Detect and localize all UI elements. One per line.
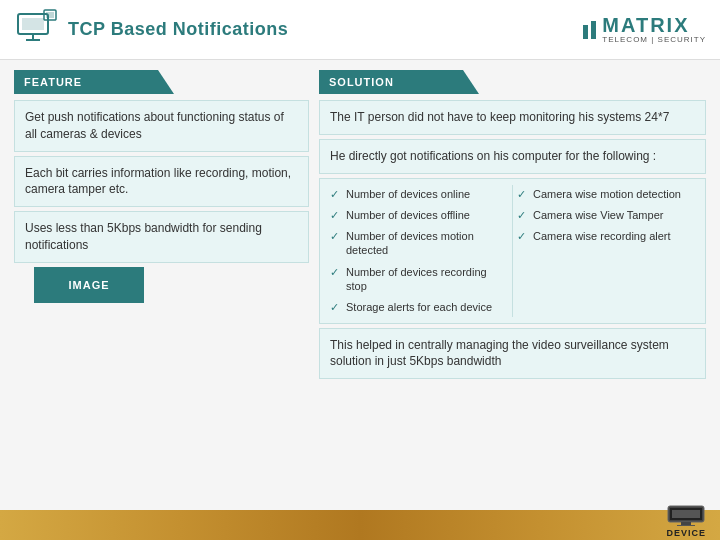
matrix-text: MATRIX TELECOM | SECURITY [602, 15, 706, 44]
check-item-4: ✓ Number of devices recording stop [330, 263, 508, 296]
header: TCP Based Notifications MATRIX TELECOM |… [0, 0, 720, 60]
check-item-r2: ✓ Camera wise View Tamper [517, 206, 695, 224]
checkmark-1: ✓ [330, 187, 342, 201]
check-label-3: Number of devices motion detected [346, 229, 508, 258]
checkmark-r2: ✓ [517, 208, 529, 222]
device-label: DEVICE [666, 528, 706, 538]
checklist-divider [512, 185, 513, 317]
feature-item-1: Get push notifications about functioning… [14, 100, 309, 152]
check-item-r3: ✓ Camera wise recording alert [517, 227, 695, 245]
monitor-icon [14, 8, 58, 52]
checklist-block: ✓ Number of devices online ✓ Number of d… [319, 178, 706, 324]
check-label-4: Number of devices recording stop [346, 265, 508, 294]
checkmark-2: ✓ [330, 208, 342, 222]
solution-intro: The IT person did not have to keep monit… [319, 100, 706, 135]
header-logo: TCP Based Notifications [14, 8, 288, 52]
left-column: FEATURE Get push notifications about fun… [14, 70, 309, 500]
matrix-bars-icon [583, 21, 596, 39]
checkmark-4: ✓ [330, 265, 342, 279]
checkmark-5: ✓ [330, 300, 342, 314]
bar2 [591, 21, 596, 39]
check-label-r1: Camera wise motion detection [533, 187, 681, 201]
header-title: TCP Based Notifications [68, 19, 288, 40]
matrix-logo: MATRIX TELECOM | SECURITY [583, 15, 706, 44]
check-item-r1: ✓ Camera wise motion detection [517, 185, 695, 203]
solution-section-header: SOLUTION [319, 70, 479, 94]
matrix-brand-sub: TELECOM | SECURITY [602, 35, 706, 44]
check-label-1: Number of devices online [346, 187, 470, 201]
svg-rect-8 [672, 510, 700, 518]
feature-item-3: Uses less than 5Kbps bandwidth for sendi… [14, 211, 309, 263]
main-content: FEATURE Get push notifications about fun… [0, 60, 720, 510]
svg-rect-5 [46, 12, 54, 18]
svg-rect-1 [22, 18, 44, 30]
device-section: DEVICE [666, 505, 706, 538]
svg-rect-9 [681, 522, 691, 525]
feature-item-2: Each bit carries information like record… [14, 156, 309, 208]
solution-direct: He directly got notifications on his com… [319, 139, 706, 174]
checkmark-r3: ✓ [517, 229, 529, 243]
check-item-3: ✓ Number of devices motion detected [330, 227, 508, 260]
check-item-2: ✓ Number of devices offline [330, 206, 508, 224]
checklist-right-col: ✓ Camera wise motion detection ✓ Camera … [517, 185, 695, 317]
check-label-2: Number of devices offline [346, 208, 470, 222]
svg-rect-10 [677, 525, 695, 526]
device-icon [667, 505, 705, 527]
check-item-5: ✓ Storage alerts for each device [330, 298, 508, 316]
bar1 [583, 25, 588, 39]
image-placeholder: IMAGE [34, 267, 144, 303]
check-label-5: Storage alerts for each device [346, 300, 492, 314]
right-column: SOLUTION The IT person did not have to k… [319, 70, 706, 500]
bottom-bar [0, 510, 720, 540]
check-label-r2: Camera wise View Tamper [533, 208, 663, 222]
matrix-brand-name: MATRIX [602, 15, 689, 35]
solution-summary: This helped in centrally managing the vi… [319, 328, 706, 380]
checklist-left-col: ✓ Number of devices online ✓ Number of d… [330, 185, 508, 317]
check-label-r3: Camera wise recording alert [533, 229, 671, 243]
check-item-1: ✓ Number of devices online [330, 185, 508, 203]
checkmark-r1: ✓ [517, 187, 529, 201]
checkmark-3: ✓ [330, 229, 342, 243]
feature-section-header: FEATURE [14, 70, 174, 94]
